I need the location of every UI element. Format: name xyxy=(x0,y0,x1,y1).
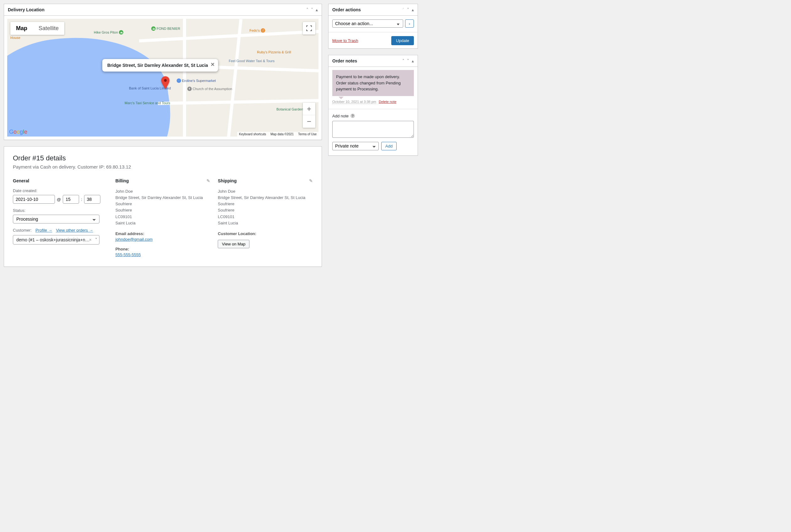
chevron-down-icon: ˅ xyxy=(95,237,97,242)
google-logo: Google xyxy=(9,129,27,135)
terms-link[interactable]: Terms of Use xyxy=(298,132,316,136)
customer-label: Customer: xyxy=(13,228,32,232)
apply-action-button[interactable]: › xyxy=(405,19,414,27)
move-up-icon[interactable]: ˄ xyxy=(402,7,404,12)
email-link[interactable]: johndoe@gmail.com xyxy=(115,237,153,242)
customer-select[interactable]: demo (#1 – oskosk+jurassicninja+n… × ˅ xyxy=(13,235,99,245)
add-note-label: Add note xyxy=(332,114,349,118)
fullscreen-icon[interactable] xyxy=(303,22,315,35)
map-type-satellite[interactable]: Satellite xyxy=(33,22,64,35)
shipping-name: John Doe xyxy=(218,188,313,195)
poi-rubys: Ruby's Pizzeria & Grill xyxy=(257,50,291,54)
poi-hike: Hike Gros Piton xyxy=(94,31,118,34)
note-timestamp: October 10, 2021 at 3:38 pm xyxy=(332,100,376,104)
delivery-title: Delivery Location xyxy=(8,4,44,15)
svg-point-0 xyxy=(164,79,167,82)
general-column: General Date created: @ : Status: Proces… xyxy=(13,178,108,257)
zoom-out-icon[interactable]: − xyxy=(303,115,315,128)
map-data-label: Map data ©2021 xyxy=(270,132,294,136)
move-up-icon[interactable]: ˄ xyxy=(306,7,308,12)
billing-city1: Soufriere xyxy=(115,201,211,207)
poi-marc: Marc's Taxi Service and Tours xyxy=(124,101,170,105)
map-info-window: Bridge Street, Sir Darnley Alexander St,… xyxy=(102,59,218,72)
date-input[interactable] xyxy=(13,195,55,204)
order-action-select[interactable]: Choose an action... xyxy=(332,19,403,27)
poi-fedos: Fedo's xyxy=(249,28,260,32)
delete-note-link[interactable]: Delete note xyxy=(379,100,396,103)
billing-heading: Billing xyxy=(115,178,129,183)
poi-church: Church of the Assumption xyxy=(193,87,232,91)
poi-house: House xyxy=(11,36,20,40)
zoom-control: + − xyxy=(303,102,315,128)
status-select[interactable]: Processing xyxy=(13,215,99,224)
order-title: Order #15 details xyxy=(13,154,313,162)
keyboard-shortcuts-link[interactable]: Keyboard shortcuts xyxy=(239,132,266,136)
order-notes-panel: Order notes ˄ ˅ ▴ Payment to be made upo… xyxy=(328,55,418,156)
help-icon[interactable]: ? xyxy=(350,114,355,118)
shipping-city2: Soufriere xyxy=(218,207,313,213)
map-type-map[interactable]: Map xyxy=(11,22,33,35)
move-up-icon[interactable]: ˄ xyxy=(402,58,404,63)
shipping-heading: Shipping xyxy=(218,178,236,183)
billing-city2: Soufriere xyxy=(115,207,211,213)
poi-botanic: Botanical Gardens xyxy=(276,107,305,111)
poi-feelgood: Feel Good Water Taxi & Tours xyxy=(229,59,274,63)
poi-fond-benier: FOND BENIER xyxy=(157,27,180,31)
status-label: Status: xyxy=(13,208,108,213)
order-note: Payment to be made upon delivery. Order … xyxy=(332,70,414,104)
order-notes-title: Order notes xyxy=(332,55,357,66)
shipping-street: Bridge Street, Sir Darnley Alexander St,… xyxy=(218,195,313,201)
date-created-label: Date created: xyxy=(13,188,108,193)
shipping-country: Saint Lucia xyxy=(218,220,313,226)
toggle-panel-icon[interactable]: ▴ xyxy=(412,58,414,63)
view-other-orders-link[interactable]: View other orders → xyxy=(56,228,93,232)
order-actions-title: Order actions xyxy=(332,4,361,15)
map-type-control: Map Satellite xyxy=(11,22,64,35)
profile-link[interactable]: Profile → xyxy=(36,228,52,232)
hour-input[interactable] xyxy=(63,195,79,204)
billing-street: Bridge Street, Sir Darnley Alexander St,… xyxy=(115,195,211,201)
toggle-panel-icon[interactable]: ▴ xyxy=(412,7,414,12)
poi-eroline: Eroline's Supermarket xyxy=(182,79,216,82)
move-to-trash-link[interactable]: Move to Trash xyxy=(332,38,358,43)
minute-input[interactable] xyxy=(84,195,100,204)
map-marker-icon[interactable] xyxy=(161,76,170,90)
order-actions-panel: Order actions ˄ ˅ ▴ Choose an action... … xyxy=(328,4,418,49)
view-on-map-button[interactable]: View on Map xyxy=(218,240,249,248)
email-label: Email address: xyxy=(115,231,211,236)
delivery-location-panel: Delivery Location ˄ ˅ ▴ ⛰FOND BENIER Hik… xyxy=(4,4,322,140)
info-window-text: Bridge Street, Sir Darnley Alexander St,… xyxy=(107,63,208,68)
customer-value: demo (#1 – oskosk+jurassicninja+n… xyxy=(16,237,90,242)
clear-customer-icon[interactable]: × xyxy=(89,237,92,242)
billing-country: Saint Lucia xyxy=(115,220,211,226)
note-textarea[interactable] xyxy=(332,121,414,138)
edit-billing-icon[interactable]: ✎ xyxy=(207,178,210,183)
phone-label: Phone: xyxy=(115,247,211,251)
map-canvas[interactable]: ⛰FOND BENIER Hike Gros Piton⛰ Fedo's🍴 Ru… xyxy=(7,19,319,136)
update-button[interactable]: Update xyxy=(391,36,414,45)
note-type-select[interactable]: Private note xyxy=(332,142,379,150)
phone-link[interactable]: 555-555-5555 xyxy=(115,252,141,257)
colon-symbol: : xyxy=(81,197,82,202)
shipping-postal: LC09101 xyxy=(218,214,313,220)
billing-column: Billing ✎ John Doe Bridge Street, Sir Da… xyxy=(115,178,211,257)
billing-postal: LC09101 xyxy=(115,214,211,220)
shipping-column: Shipping ✎ John Doe Bridge Street, Sir D… xyxy=(218,178,313,257)
at-symbol: @ xyxy=(57,197,61,202)
note-content: Payment to be made upon delivery. Order … xyxy=(332,70,414,96)
toggle-panel-icon[interactable]: ▴ xyxy=(316,7,318,12)
billing-name: John Doe xyxy=(115,188,211,195)
move-down-icon[interactable]: ˅ xyxy=(311,7,313,12)
shipping-city1: Soufriere xyxy=(218,201,313,207)
add-note-button[interactable]: Add xyxy=(381,142,397,150)
customer-location-label: Customer Location: xyxy=(218,231,313,236)
move-down-icon[interactable]: ˅ xyxy=(407,7,409,12)
edit-shipping-icon[interactable]: ✎ xyxy=(309,178,313,183)
info-close-icon[interactable]: ✕ xyxy=(209,61,216,68)
zoom-in-icon[interactable]: + xyxy=(303,102,315,115)
order-subtitle: Payment via Cash on delivery. Customer I… xyxy=(13,164,313,170)
move-down-icon[interactable]: ˅ xyxy=(407,58,409,63)
general-heading: General xyxy=(13,178,29,183)
order-details-panel: Order #15 details Payment via Cash on de… xyxy=(4,146,322,267)
